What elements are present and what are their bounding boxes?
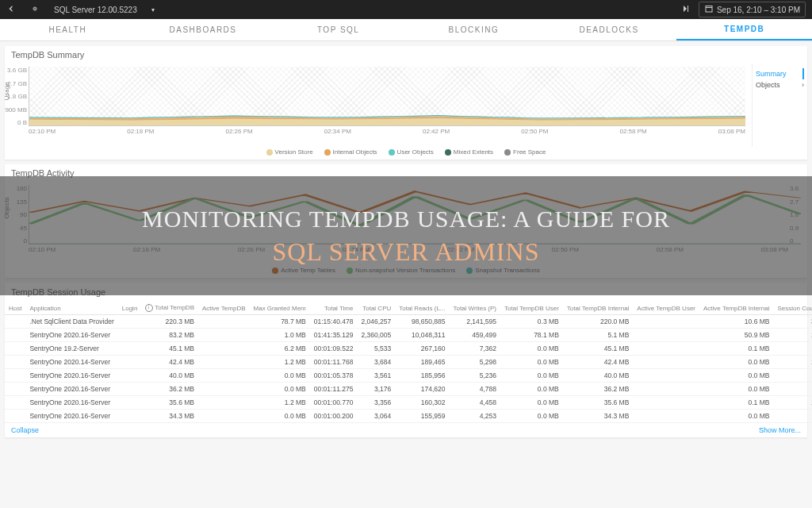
summary-legend: Version StoreInternal ObjectsUser Object… [5, 147, 807, 160]
legend-item: Version Store [266, 148, 313, 156]
legend-item: Free Space [504, 148, 546, 156]
tab-dashboards[interactable]: DASHBOARDS [136, 19, 271, 40]
col-header[interactable]: Login [118, 302, 142, 315]
col-header[interactable]: Total CPU [357, 302, 395, 315]
col-header[interactable]: Application [25, 302, 117, 315]
time-range-picker[interactable]: Sep 16, 2:10 – 3:10 PM [699, 2, 806, 17]
svg-point-1 [34, 8, 36, 10]
topbar: SQL Server 12.00.5223 ▾ Sep 16, 2:10 – 3… [0, 0, 812, 19]
legend-item: Mixed Extents [445, 148, 493, 156]
collapse-link[interactable]: Collapse [11, 426, 39, 434]
table-row[interactable]: .Net SqlClient Data Provider220.3 MB78.7… [5, 315, 812, 329]
tab-deadlocks[interactable]: DEADLOCKS [542, 19, 677, 40]
server-label[interactable]: SQL Server 12.00.5223 [54, 6, 137, 14]
tab-health[interactable]: HEALTH [0, 19, 136, 40]
session-table: HostApplicationLoginTotal TempDBActive T… [5, 302, 812, 423]
time-range-label: Sep 16, 2:10 – 3:10 PM [717, 6, 800, 14]
col-header[interactable]: Active TempDB User [633, 302, 699, 315]
table-row[interactable]: SentryOne 2020.16-Server36.2 MB0.0 MB00:… [5, 383, 812, 396]
table-row[interactable]: SentryOne 2020.16-Server35.6 MB1.2 MB00:… [5, 396, 812, 410]
article-title-overlay: MONITORING TEMPDB USAGE: A GUIDE FOR SQL… [0, 176, 812, 295]
sort-desc-icon [145, 304, 153, 312]
col-header[interactable]: Active TempDB Internal [699, 302, 773, 315]
side-item-summary[interactable]: Summary [756, 68, 804, 79]
chevron-down-icon[interactable]: ▾ [151, 6, 155, 13]
target-icon[interactable] [30, 4, 40, 15]
col-header[interactable]: Total Time [310, 302, 358, 315]
col-header[interactable]: Total Writes (P) [450, 302, 501, 315]
col-header[interactable]: Active TempDB [198, 302, 250, 315]
side-item-objects[interactable]: Objects› [756, 79, 804, 90]
tempdb-session-panel: TempDB Session Usage HostApplicationLogi… [5, 283, 807, 437]
svg-rect-2 [706, 6, 712, 13]
col-header[interactable]: Total TempDB [141, 302, 198, 315]
legend-item: Internal Objects [324, 148, 377, 156]
overlay-line1: MONITORING TEMPDB USAGE: A GUIDE FOR [142, 206, 670, 233]
summary-chart-container: Usage 3.6 GB2.7 GB1.8 GB900 MB0 B 02:10 … [5, 64, 807, 147]
table-row[interactable]: SentryOne 2020.16-Server40.0 MB0.0 MB00:… [5, 369, 812, 383]
col-header[interactable]: Total Reads (L... [395, 302, 449, 315]
table-row[interactable]: SentryOne 2020.16-Server83.2 MB1.0 MB01:… [5, 329, 812, 342]
summary-chart: Usage 3.6 GB2.7 GB1.8 GB900 MB0 B 02:10 … [5, 64, 752, 147]
skip-icon[interactable] [681, 4, 691, 15]
table-row[interactable]: SentryOne 2020.16-Server34.3 MB0.0 MB00:… [5, 410, 812, 423]
nav-tabs: HEALTHDASHBOARDSTOP SQLBLOCKINGDEADLOCKS… [0, 19, 812, 41]
summary-plot-area [29, 67, 745, 126]
tab-blocking[interactable]: BLOCKING [406, 19, 542, 40]
tab-tempdb[interactable]: TEMPDB [676, 19, 812, 40]
overlay-line2: SQL SERVER ADMINS [273, 237, 540, 267]
chevron-right-icon: › [802, 81, 804, 89]
table-row[interactable]: SentryOne 19.2-Server45.1 MB6.2 MB00:01:… [5, 342, 812, 356]
panel-title: TempDB Summary [5, 46, 807, 64]
tab-top-sql[interactable]: TOP SQL [270, 19, 406, 40]
col-header[interactable]: Total TempDB Internal [563, 302, 634, 315]
calendar-icon [704, 4, 714, 15]
legend-item: User Objects [389, 148, 434, 156]
back-icon[interactable] [6, 4, 16, 15]
col-header[interactable]: Total TempDB User [500, 302, 563, 315]
show-more-link[interactable]: Show More... [759, 426, 801, 434]
col-header[interactable]: Max Granted Mem [250, 302, 310, 315]
col-header[interactable]: Host [5, 302, 25, 315]
col-header[interactable]: Session Count [773, 302, 812, 315]
tempdb-summary-panel: TempDB Summary Usage 3.6 GB2.7 GB1.8 GB9… [5, 46, 807, 160]
summary-side-tabs: SummaryObjects› [752, 64, 807, 147]
table-row[interactable]: SentryOne 2020.14-Server42.4 MB1.2 MB00:… [5, 356, 812, 369]
